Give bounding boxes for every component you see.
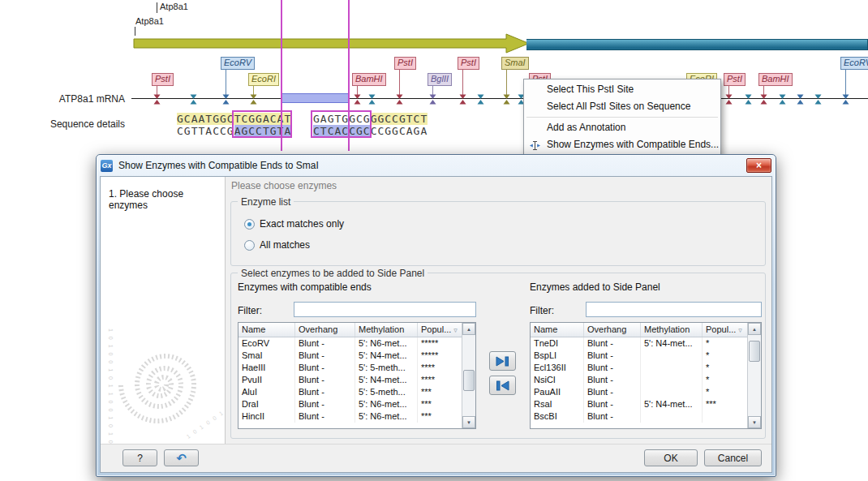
enzyme-label-ecorv[interactable]: EcoRV [840, 57, 868, 70]
cut-site-marker[interactable] [477, 94, 484, 105]
dialog-titlebar[interactable]: Gx Show Enzymes with Compatible Ends to … [97, 155, 776, 176]
table-row-bspli[interactable]: BspLIBlunt -* [531, 350, 761, 362]
table-cell: DraI [238, 398, 295, 410]
enzyme-label-bamhi[interactable]: BamHI [758, 73, 793, 86]
left-filter-input[interactable] [294, 302, 476, 317]
selection-boundary-line [348, 0, 350, 151]
cut-site-marker[interactable] [725, 94, 733, 105]
table-cell: 5': N4-met... [355, 374, 418, 386]
column-header-name[interactable]: Name [238, 323, 295, 337]
cut-site-marker[interactable] [354, 94, 361, 105]
table-row-bscbi[interactable]: BscBIBlunt - [531, 410, 761, 423]
cut-site-marker[interactable] [797, 94, 804, 105]
menu-item-label: Show Enzymes with Compatible Ends... [547, 139, 719, 150]
table-cell: *** [418, 386, 463, 398]
table-row-drai[interactable]: DraIBlunt -5': N6-met...*** [238, 398, 475, 410]
wizard-content: Please choose enzymes Enzyme list Exact … [226, 177, 771, 444]
column-header-methylation[interactable]: Methylation [641, 323, 703, 337]
site-leader-line [399, 68, 400, 95]
column-header-popul[interactable]: Popul...▿ [418, 323, 463, 337]
right-filter-input[interactable] [586, 302, 762, 317]
menu-item-show-enzymes-with-compatible-ends[interactable]: Show Enzymes with Compatible Ends... [524, 136, 720, 153]
table-row-haeiii[interactable]: HaeIIIBlunt -5': 5-meth...**** [238, 362, 475, 374]
vertical-scrollbar[interactable]: ▲▼ [462, 323, 475, 428]
radio-exact-matches-only[interactable]: Exact matches only [244, 218, 344, 230]
radio-all-matches[interactable]: All matches [244, 239, 310, 251]
cut-site-marker[interactable] [842, 94, 849, 105]
cancel-button[interactable]: Cancel [704, 449, 762, 466]
clc-workbench-screen: Atp8a1 Atp8a1 ATP8a1 mRNA Sequence detai… [0, 0, 868, 481]
scroll-up-button[interactable]: ▲ [748, 323, 761, 335]
cut-site-marker[interactable] [745, 94, 752, 105]
menu-item-select-this-psti-site[interactable]: Select This PstI Site [524, 81, 720, 98]
cut-site-marker[interactable] [814, 94, 822, 105]
cut-site-marker[interactable] [153, 94, 161, 105]
column-header-overhang[interactable]: Overhang [584, 323, 641, 337]
menu-item-select-all-psti-sites-on-sequence[interactable]: Select All PstI Sites on Sequence [524, 98, 720, 115]
cut-site-marker[interactable] [760, 94, 767, 105]
menu-item-add-as-annotation[interactable]: Add as Annotation [524, 119, 720, 136]
add-enzyme-button[interactable] [489, 351, 516, 371]
ok-button[interactable]: OK [644, 449, 698, 466]
reset-button[interactable]: ↶ [164, 449, 199, 466]
cut-site-marker[interactable] [368, 94, 376, 105]
site-leader-line [226, 68, 226, 95]
cut-site-marker[interactable] [429, 94, 436, 105]
enzyme-label-psti[interactable]: PstI [458, 57, 479, 70]
vertical-scrollbar[interactable]: ▲▼ [747, 323, 761, 428]
enzyme-label-ecori[interactable]: EcoRI [248, 73, 279, 86]
enzyme-label-psti[interactable]: PstI [394, 57, 416, 70]
menu-item-label: Select All PstI Sites on Sequence [547, 101, 690, 112]
help-button[interactable]: ? [122, 449, 157, 466]
table-row-tnedi[interactable]: TneDIBlunt -5': N4-met...* [531, 337, 761, 350]
column-header-methylation[interactable]: Methylation [355, 323, 418, 337]
table-row-pvuii[interactable]: PvuIIBlunt -5': N4-met...**** [238, 374, 475, 386]
cut-site-marker[interactable] [503, 94, 510, 105]
cut-site-marker[interactable] [459, 94, 466, 105]
radio-unselected-icon[interactable] [244, 240, 255, 251]
scrollbar-thumb[interactable] [463, 370, 475, 391]
compatible-enzymes-table[interactable]: NameOverhangMethylationPopul...▿EcoRVBlu… [238, 322, 476, 429]
close-button[interactable]: × [746, 158, 771, 173]
enzyme-label-bamhi[interactable]: BamHI [352, 73, 386, 86]
table-row-pauaii[interactable]: PauAIIBlunt -* [531, 386, 761, 398]
remove-enzyme-button[interactable] [489, 376, 516, 395]
table-cell: * [703, 374, 749, 386]
table-row-rsai[interactable]: RsaIBlunt -5': N4-met...*** [531, 398, 761, 410]
enzyme-label-psti[interactable]: PstI [724, 73, 746, 86]
table-row-nsici[interactable]: NsiCIBlunt -* [531, 374, 761, 386]
table-cell: Blunt - [584, 350, 641, 362]
scroll-up-button[interactable]: ▲ [462, 323, 475, 335]
menu-item-label: Add as Annotation [547, 122, 625, 133]
table-cell: Blunt - [295, 398, 355, 410]
gene-annotation-arrow[interactable] [132, 32, 531, 54]
column-header-overhang[interactable]: Overhang [295, 323, 355, 337]
cut-site-marker[interactable] [396, 94, 403, 105]
cut-site-marker[interactable] [779, 94, 786, 105]
radio-selected-icon[interactable] [244, 219, 255, 230]
scroll-down-button[interactable]: ▼ [462, 416, 475, 428]
cut-site-marker[interactable] [190, 94, 197, 105]
table-row-ecorv[interactable]: EcoRVBlunt -5': N6-met...***** [238, 337, 475, 350]
cut-site-marker[interactable] [250, 94, 257, 105]
table-cell: * [703, 386, 749, 398]
table-cell: 5': 5-meth... [355, 362, 418, 374]
added-enzymes-table[interactable]: NameOverhangMethylationPopul...▿TneDIBlu… [530, 322, 762, 429]
enzyme-label-psti[interactable]: PstI [152, 73, 174, 86]
column-header-name[interactable]: Name [531, 323, 584, 337]
column-header-popul[interactable]: Popul...▿ [703, 323, 749, 337]
table-row-alui[interactable]: AluIBlunt -5': 5-meth...*** [238, 386, 475, 398]
cut-site-marker[interactable] [222, 94, 230, 105]
scrollbar-thumb[interactable] [749, 341, 760, 362]
mrna-annotation-bar[interactable] [526, 39, 868, 50]
sort-indicator-icon: ▿ [738, 326, 742, 334]
right-list-title: Enzymes added to Side Panel [530, 281, 660, 293]
enzyme-label-smai[interactable]: SmaI [501, 57, 529, 70]
enzyme-label-bglii[interactable]: BglII [428, 73, 452, 86]
enzyme-label-ecorv[interactable]: EcoRV [221, 57, 255, 70]
table-row-hincii[interactable]: HincIIBlunt -5': N6-met...*** [238, 410, 475, 423]
left-list-title: Enzymes with compatible ends [238, 281, 372, 293]
scroll-down-button[interactable]: ▼ [748, 416, 761, 428]
table-row-smai[interactable]: SmaIBlunt -5': N4-met...***** [238, 350, 475, 362]
table-row-ecl136ii[interactable]: Ecl136IIBlunt -* [531, 362, 761, 374]
